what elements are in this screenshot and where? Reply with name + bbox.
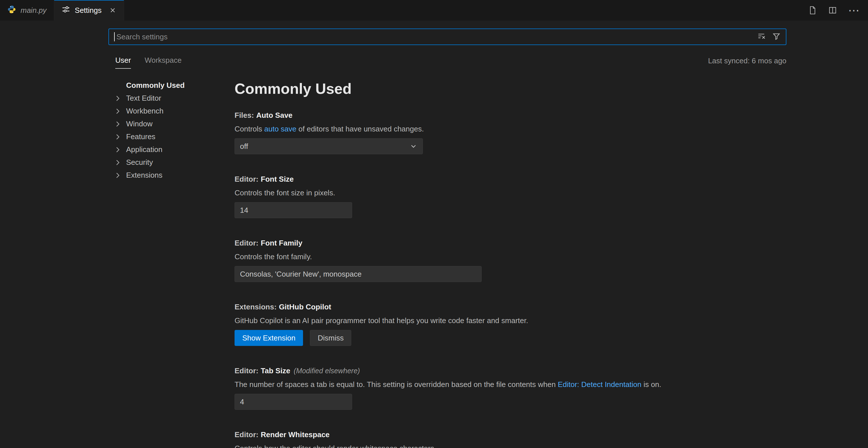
setting-label: Extensions:GitHub Copilot [235,302,786,312]
setting-label: Editor:Tab Size(Modified elsewhere) [235,366,786,376]
setting-editor-font-size: Editor:Font Size Controls the font size … [235,174,786,218]
setting-name: Tab Size [261,366,290,375]
setting-label: Files:Auto Save [235,110,786,120]
toc-item-application[interactable]: Application [113,143,235,156]
settings-sliders-icon [62,5,70,16]
setting-category: Editor: [235,239,258,247]
toc-item-extensions[interactable]: Extensions [113,169,235,182]
tab-label: main.py [21,6,46,15]
setting-editor-tab-size: Editor:Tab Size(Modified elsewhere) The … [235,366,786,410]
editor-tab-bar: main.py Settings [0,0,868,21]
setting-description: Controls the font family. [235,252,786,261]
text-caret [114,32,115,41]
chevron-right-icon [113,158,122,167]
description-text: The number of spaces a tab is equal to. … [235,380,558,389]
tab-settings[interactable]: Settings [54,0,124,21]
select-value: off [240,142,248,151]
toc-item-workbench[interactable]: Workbench [113,105,235,118]
setting-extensions-github-copilot: Extensions:GitHub Copilot GitHub Copilot… [235,302,786,346]
toc-item-text-editor[interactable]: Text Editor [113,92,235,105]
chevron-right-icon [113,94,122,103]
toc-item-security[interactable]: Security [113,156,235,169]
page-title: Commonly Used [235,80,786,97]
toc-spacer [113,81,122,90]
toc-label: Commonly Used [126,81,185,90]
toc-label: Extensions [126,171,162,180]
settings-content: Commonly Used Files:Auto Save Controls a… [235,75,786,448]
toc-label: Application [126,145,162,154]
toc-label: Security [126,158,153,167]
vscode-window: main.py Settings [0,0,868,448]
font-size-input[interactable] [235,202,352,218]
auto-save-select[interactable]: off [235,138,423,154]
toc-item-features[interactable]: Features [113,130,235,143]
more-actions-icon[interactable]: ⋯ [848,6,860,15]
chevron-right-icon [113,107,122,116]
setting-category: Editor: [235,366,258,375]
toc-item-commonly-used[interactable]: Commonly Used [113,79,235,92]
setting-name: Font Family [261,239,303,247]
chevron-right-icon [113,132,122,141]
setting-editor-font-family: Editor:Font Family Controls the font fam… [235,238,786,282]
settings-scope-row: User Workspace Last synced: 6 mos ago [108,56,786,69]
chevron-right-icon [113,145,122,154]
toc-label: Window [126,120,152,128]
setting-category: Extensions: [235,302,277,311]
toc-label: Workbench [126,107,163,116]
setting-description: Controls the font size in pixels. [235,188,786,198]
filter-icon[interactable] [772,32,781,42]
settings-search[interactable] [108,29,786,45]
settings-toc: Commonly Used Text Editor Workbench Wind… [108,75,235,448]
tab-workspace[interactable]: Workspace [145,56,182,69]
clear-search-filters-icon[interactable] [757,32,766,42]
toc-label: Text Editor [126,94,161,103]
search-input[interactable] [116,33,757,41]
setting-category: Editor: [235,430,258,439]
description-text: Controls [235,125,264,133]
tab-user[interactable]: User [115,56,131,69]
description-text: is on. [642,380,661,389]
python-icon [7,5,16,16]
setting-category: Files: [235,111,254,120]
auto-save-link[interactable]: auto save [264,125,297,133]
editor-actions: ⋯ [808,0,868,21]
tab-main-py[interactable]: main.py [0,0,54,21]
detect-indentation-link[interactable]: Editor: Detect Indentation [558,380,642,389]
setting-description: Controls auto save of editors that have … [235,124,786,134]
description-text: of editors that have unsaved changes. [297,125,424,133]
setting-name: Auto Save [256,111,292,120]
setting-description: The number of spaces a tab is equal to. … [235,380,786,389]
setting-name: Font Size [261,175,294,183]
setting-category: Editor: [235,175,258,183]
setting-description: GitHub Copilot is an AI pair programmer … [235,316,786,325]
dismiss-button[interactable]: Dismiss [310,330,351,346]
modified-elsewhere-hint: (Modified elsewhere) [293,367,360,375]
setting-description: Controls how the editor should render wh… [235,443,786,448]
setting-name: GitHub Copilot [279,302,331,311]
show-extension-button[interactable]: Show Extension [235,330,303,346]
close-icon[interactable] [109,6,116,14]
chevron-right-icon [113,120,122,129]
toc-item-window[interactable]: Window [113,118,235,130]
tab-size-input[interactable] [235,394,352,410]
settings-editor: User Workspace Last synced: 6 mos ago Co… [0,21,868,448]
sync-status: Last synced: 6 mos ago [708,57,786,69]
toc-label: Features [126,132,156,141]
setting-label: Editor:Font Size [235,174,786,184]
chevron-down-icon [409,142,417,150]
search-actions [757,32,781,42]
setting-files-auto-save: Files:Auto Save Controls auto save of ed… [235,110,786,154]
tab-label: Settings [75,6,101,15]
setting-label: Editor:Render Whitespace [235,430,786,440]
open-settings-json-icon[interactable] [808,6,817,15]
chevron-right-icon [113,171,122,180]
setting-name: Render Whitespace [261,430,330,439]
font-family-input[interactable] [235,266,482,282]
split-editor-icon[interactable] [828,6,837,15]
setting-editor-render-whitespace: Editor:Render Whitespace Controls how th… [235,430,786,448]
setting-label: Editor:Font Family [235,238,786,248]
